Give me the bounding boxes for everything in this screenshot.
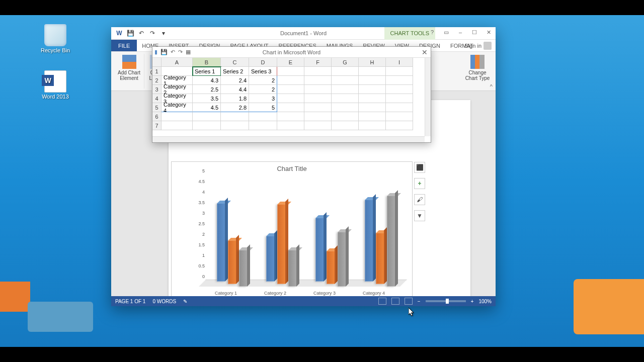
cell[interactable]: 1.8 bbox=[221, 94, 249, 103]
cell[interactable] bbox=[332, 76, 359, 85]
col-header-A[interactable]: A bbox=[162, 58, 193, 67]
cell[interactable] bbox=[277, 85, 304, 94]
collapse-ribbon-button[interactable]: ^ bbox=[490, 83, 493, 89]
proofing-icon[interactable]: ✎ bbox=[183, 299, 187, 304]
cell[interactable] bbox=[277, 103, 304, 112]
ds-redo-icon[interactable]: ↷ bbox=[178, 49, 183, 55]
ds-edit-data-icon[interactable]: ▦ bbox=[186, 49, 191, 55]
bar-series1[interactable] bbox=[217, 204, 225, 282]
zoom-slider[interactable] bbox=[426, 300, 466, 302]
cell[interactable] bbox=[193, 112, 221, 121]
zoom-out-button[interactable]: − bbox=[418, 299, 421, 304]
cell[interactable] bbox=[249, 112, 277, 121]
bar-series3[interactable] bbox=[239, 250, 247, 287]
cell[interactable] bbox=[277, 67, 304, 76]
cell[interactable] bbox=[332, 94, 359, 103]
row-header[interactable]: 6 bbox=[152, 112, 162, 121]
add-chart-element-button[interactable]: Add Chart Element bbox=[114, 54, 144, 88]
page-indicator[interactable]: PAGE 1 OF 1 bbox=[115, 299, 145, 304]
bar-series1[interactable] bbox=[315, 218, 324, 282]
cell[interactable] bbox=[332, 121, 359, 130]
bar-series3[interactable] bbox=[338, 232, 346, 287]
cell[interactable] bbox=[162, 121, 193, 130]
cell[interactable] bbox=[359, 85, 386, 94]
redo-icon[interactable]: ↷ bbox=[148, 29, 156, 37]
cell[interactable]: 3.5 bbox=[193, 94, 221, 103]
cell[interactable]: 5 bbox=[249, 103, 277, 112]
datasheet-grid[interactable]: A B C D E F G H I 1 Series 1 Series 2 Se… bbox=[152, 58, 425, 136]
bar-series2[interactable] bbox=[376, 233, 384, 284]
datasheet-close-button[interactable]: ✕ bbox=[422, 48, 428, 56]
cell[interactable]: 2 bbox=[249, 76, 277, 85]
cell[interactable]: Series 3 bbox=[249, 67, 277, 76]
col-header-D[interactable]: D bbox=[249, 58, 277, 67]
bar-series2[interactable] bbox=[327, 251, 335, 284]
cell[interactable] bbox=[304, 112, 332, 121]
row-header[interactable]: 7 bbox=[152, 121, 162, 130]
chart-filters-button[interactable]: ▼ bbox=[414, 210, 425, 221]
row-header[interactable]: 4 bbox=[152, 94, 162, 103]
select-all-corner[interactable] bbox=[152, 58, 162, 67]
cell[interactable] bbox=[304, 103, 332, 112]
ds-undo-icon[interactable]: ↶ bbox=[171, 49, 175, 55]
bar-series3[interactable] bbox=[387, 196, 395, 287]
cell[interactable]: 2.4 bbox=[221, 76, 249, 85]
file-tab[interactable]: FILE bbox=[111, 40, 137, 51]
col-header-G[interactable]: G bbox=[332, 58, 359, 67]
sign-in-link[interactable]: Sign in bbox=[464, 40, 492, 52]
read-mode-button[interactable] bbox=[378, 298, 386, 305]
close-button[interactable]: ✕ bbox=[481, 27, 496, 37]
bar-series1[interactable] bbox=[365, 200, 373, 282]
cell[interactable] bbox=[304, 121, 332, 130]
cell[interactable] bbox=[193, 121, 221, 130]
layout-options-button[interactable]: ⬛ bbox=[414, 162, 425, 173]
col-header-B[interactable]: B bbox=[193, 58, 221, 67]
bar-series2[interactable] bbox=[228, 241, 236, 284]
cell[interactable] bbox=[359, 94, 386, 103]
cell[interactable] bbox=[386, 76, 413, 85]
cell[interactable] bbox=[304, 85, 332, 94]
chart-title[interactable]: Chart Title bbox=[172, 162, 412, 174]
bar-series3[interactable] bbox=[288, 250, 296, 287]
zoom-in-button[interactable]: + bbox=[471, 299, 474, 304]
help-button[interactable]: ? bbox=[425, 27, 439, 37]
cell[interactable] bbox=[359, 112, 386, 121]
chart-styles-button[interactable]: 🖌 bbox=[414, 194, 425, 205]
cell[interactable]: Category 4 bbox=[162, 103, 193, 112]
web-layout-button[interactable] bbox=[405, 298, 413, 305]
ribbon-display-button[interactable]: ▭ bbox=[439, 27, 453, 37]
cell[interactable]: 2.5 bbox=[193, 85, 221, 94]
cell[interactable] bbox=[304, 94, 332, 103]
cell[interactable] bbox=[277, 76, 304, 85]
datasheet-vscrollbar[interactable] bbox=[425, 58, 431, 136]
col-header-C[interactable]: C bbox=[221, 58, 249, 67]
cell[interactable] bbox=[304, 76, 332, 85]
cell[interactable]: 4.3 bbox=[193, 76, 221, 85]
datasheet-hscrollbar[interactable] bbox=[152, 136, 425, 142]
cell[interactable] bbox=[359, 121, 386, 130]
cell[interactable] bbox=[162, 112, 193, 121]
cell[interactable] bbox=[386, 94, 413, 103]
cell[interactable] bbox=[359, 103, 386, 112]
cell[interactable] bbox=[386, 121, 413, 130]
chart-elements-button[interactable]: + bbox=[414, 178, 425, 189]
save-icon[interactable]: 💾 bbox=[126, 29, 134, 37]
chart-plot-area[interactable]: 0 0.5 1 1.5 2 2.5 3 3.5 4 4.5 5 bbox=[192, 176, 407, 282]
bar-series2[interactable] bbox=[277, 205, 285, 284]
cell[interactable] bbox=[304, 67, 332, 76]
desktop-icon-word-2013[interactable]: Word 2013 bbox=[38, 70, 73, 100]
print-layout-button[interactable] bbox=[391, 298, 399, 305]
col-header-I[interactable]: I bbox=[386, 58, 413, 67]
cell[interactable]: 2.8 bbox=[221, 103, 249, 112]
cell[interactable] bbox=[332, 112, 359, 121]
cell[interactable]: 2 bbox=[249, 85, 277, 94]
ds-chart-icon[interactable]: ▮ bbox=[154, 49, 157, 55]
word-count[interactable]: 0 WORDS bbox=[152, 299, 176, 304]
row-header[interactable]: 1 bbox=[152, 67, 162, 76]
bar-series1[interactable] bbox=[266, 236, 274, 282]
cell[interactable] bbox=[277, 94, 304, 103]
cell[interactable]: 4.4 bbox=[221, 85, 249, 94]
cell[interactable] bbox=[221, 112, 249, 121]
col-header-H[interactable]: H bbox=[359, 58, 386, 67]
zoom-level[interactable]: 100% bbox=[478, 299, 492, 304]
